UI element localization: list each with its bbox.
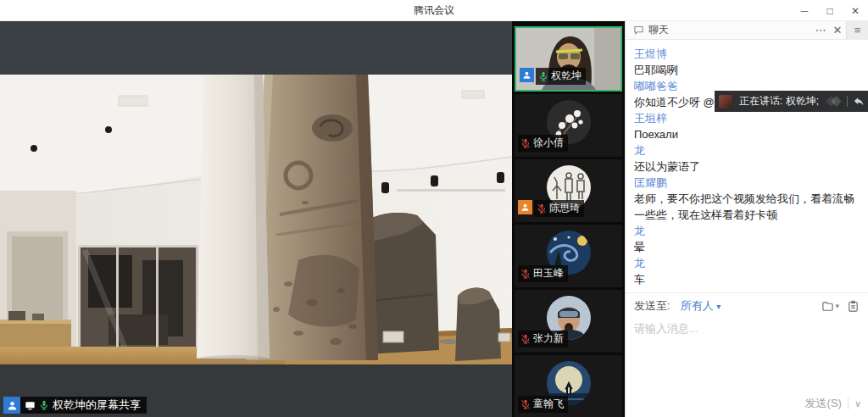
participant-name: 徐小倩 [533, 136, 564, 150]
chat-message: 王煜博 巴耶喝咧 [634, 46, 860, 78]
participant-tile-tonghanfei[interactable]: 童翰飞 [515, 355, 622, 417]
message-text: 老师，要不你把这个视频发给我们，看着流畅一些些，现在这样看着好卡顿 [634, 191, 860, 223]
reply-arrow-button[interactable] [853, 96, 865, 108]
screen-share-icon [25, 400, 36, 411]
mic-muted-icon [520, 399, 531, 409]
chat-message: 龙 还以为蒙语了 [634, 142, 860, 175]
sender-name: 王垣梓 [634, 110, 860, 126]
speaking-toast: 正在讲话: 权乾坤; [715, 91, 868, 112]
sharer-person-badge [3, 397, 20, 414]
message-text: 车 [634, 271, 860, 287]
museum-shared-video [0, 21, 512, 417]
window-title: 腾讯会议 [0, 3, 868, 18]
sender-name: 龙 [634, 255, 860, 271]
display-case [78, 245, 198, 357]
message-text: Поехали [634, 126, 860, 142]
mic-muted-icon [520, 138, 531, 148]
message-text: 晕 [634, 239, 860, 255]
chat-message: 王垣梓 Поехали [634, 110, 860, 142]
participant-name: 田玉峰 [533, 266, 564, 281]
chat-composer: 发送至: 所有人 ▾ ▾ 发送(S) ∨ [626, 292, 868, 417]
sender-name: 王煜博 [634, 46, 860, 62]
message-text: 还以为蒙语了 [634, 158, 860, 175]
send-to-label: 发送至: [634, 298, 670, 314]
file-transfer-button[interactable]: ▾ [821, 300, 839, 313]
participant-name: 权乾坤 [551, 69, 581, 83]
white-column [196, 75, 270, 364]
participant-name: 张力新 [533, 331, 564, 346]
message-input[interactable] [626, 319, 868, 386]
chat-message: 匡耀鹏 老师，要不你把这个视频发给我们，看着流畅一些些，现在这样看着好卡顿 [634, 175, 860, 223]
participant-tile-xuxiaoqian[interactable]: 徐小倩 [515, 94, 622, 157]
participant-name: 童翰飞 [533, 397, 564, 411]
chat-more-button[interactable]: ⋯ [812, 24, 829, 36]
mic-muted-icon [520, 269, 531, 279]
participant-tile-tianyufeng[interactable]: 田玉峰 [515, 225, 622, 287]
museum-photo [0, 75, 512, 364]
chat-close-button[interactable]: ✕ [829, 24, 846, 36]
dropdown-caret-icon: ▾ [716, 302, 721, 311]
chat-header: 聊天 ⋯ ✕ ≡ [626, 21, 868, 40]
message-text: 巴耶喝咧 [634, 62, 860, 78]
chat-panel: 聊天 ⋯ ✕ ≡ 王煜博 巴耶喝咧 嘟嘟爸爸 你知道不少呀 @王 王垣梓 Пое… [625, 21, 868, 417]
chat-message-list: 王煜博 巴耶喝咧 嘟嘟爸爸 你知道不少呀 @王 王垣梓 Поехали 龙 还以… [626, 40, 868, 292]
mic-muted-icon [520, 334, 531, 344]
mic-on-icon [39, 400, 49, 410]
chat-message: 龙 车 [634, 255, 860, 287]
participant-tile-zhanglixin[interactable]: 张力新 [515, 290, 622, 353]
folder-caret-icon: ▾ [835, 302, 839, 310]
participant-tile-chensiqi[interactable]: 陈思琦 [515, 159, 622, 222]
screen-share-label: 权乾坤的屏幕共享 [3, 397, 147, 414]
send-to-dropdown[interactable]: 所有人 ▾ [681, 298, 721, 314]
sender-name: 龙 [634, 142, 860, 158]
share-label-text: 权乾坤的屏幕共享 [53, 398, 141, 413]
chat-bubble-icon [633, 25, 644, 36]
window-controls: ─ □ ✕ [792, 0, 868, 21]
chat-title: 聊天 [648, 23, 669, 37]
sender-name: 匡耀鹏 [634, 175, 860, 191]
chat-history-button[interactable] [847, 300, 860, 313]
send-button[interactable]: 发送(S) [805, 396, 842, 411]
close-button[interactable]: ✕ [843, 0, 868, 21]
app-window: 腾讯会议 ─ □ ✕ [0, 0, 868, 417]
participant-tile-quanqiankun[interactable]: 权乾坤 [515, 26, 622, 92]
mic-muted-icon [537, 203, 547, 214]
mic-on-icon [538, 71, 548, 81]
speaker-avatar [719, 95, 732, 108]
chat-message: 龙 晕 [634, 223, 860, 255]
speaking-toast-text: 正在讲话: 权乾坤; [739, 94, 819, 108]
sender-name: 龙 [634, 223, 860, 239]
screen-share-stage[interactable]: 权乾坤的屏幕共享 [0, 21, 512, 417]
host-badge [518, 200, 532, 214]
participant-strip: 权乾坤 徐小倩 [512, 21, 625, 417]
title-bar: 腾讯会议 ─ □ ✕ [0, 0, 868, 21]
minimize-button[interactable]: ─ [792, 0, 817, 21]
panel-menu-button[interactable]: ≡ [846, 21, 868, 40]
co-host-badge [520, 68, 534, 82]
send-options-caret[interactable]: ∨ [854, 398, 861, 409]
participant-name: 陈思琦 [549, 201, 580, 215]
maximize-button[interactable]: □ [817, 0, 843, 21]
